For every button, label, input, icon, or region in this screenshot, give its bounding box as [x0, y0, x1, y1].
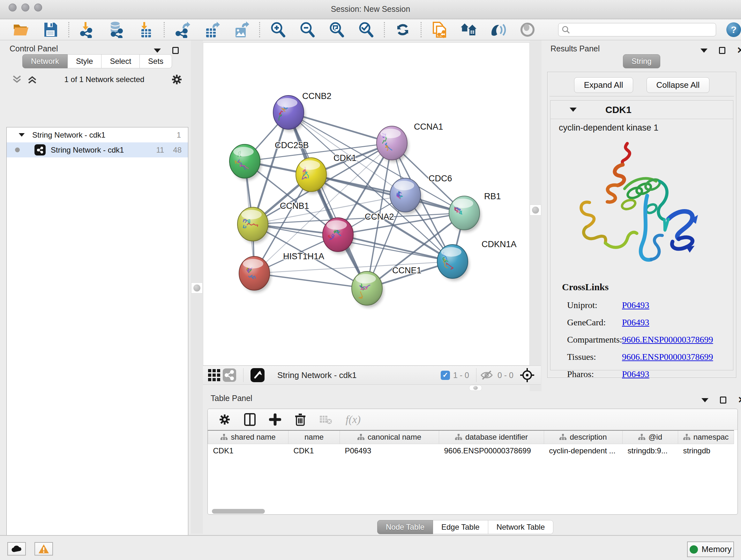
zoom-selected-icon[interactable] — [358, 21, 374, 38]
fit-content-icon[interactable] — [518, 367, 536, 383]
search-box[interactable] — [558, 23, 716, 37]
float-panel-icon[interactable] — [172, 47, 179, 54]
cell-namespace[interactable]: stringdb — [678, 444, 734, 458]
section-collapse-icon[interactable] — [569, 108, 577, 112]
create-column-icon[interactable] — [269, 414, 281, 426]
cdk1-section: CDK1 cyclin-dependent kinase 1 — [550, 100, 733, 370]
tab-edge-table[interactable]: Edge Table — [433, 520, 488, 534]
inactive-sphere-icon — [519, 21, 536, 38]
cell-description[interactable]: cyclin-dependent ... — [544, 444, 623, 458]
birdseye-view-icon[interactable] — [249, 367, 266, 383]
hidden-eye-icon[interactable] — [479, 367, 494, 383]
help-icon[interactable]: ? — [726, 22, 741, 37]
table-horizontal-scrollbar[interactable] — [207, 508, 738, 515]
panel-menu-icon[interactable] — [701, 398, 709, 402]
string-results-box: Expand All Collapse All CDK1 cyclin-depe… — [547, 72, 736, 378]
delete-column-icon[interactable] — [294, 413, 306, 426]
left-splitter[interactable] — [191, 40, 203, 534]
warning-button[interactable] — [35, 542, 53, 556]
right-splitter[interactable] — [530, 40, 542, 391]
selected-nodes-checkbox[interactable]: ✓ — [441, 371, 450, 380]
network-canvas[interactable]: CCNB2CCNA1CDC25BCDK1CDC6RB1CCNB1CCNA2CDK… — [203, 43, 530, 366]
options-gear-icon[interactable] — [171, 74, 183, 85]
export-network-icon[interactable] — [174, 21, 191, 38]
crosslink-uniprot-link[interactable]: P06493 — [622, 300, 650, 310]
zoom-fit-icon[interactable] — [328, 21, 345, 38]
table-row[interactable]: CDK1 CDK1 P06493 9606.ENSP00000378699 cy… — [208, 444, 734, 458]
float-panel-icon[interactable] — [719, 47, 725, 54]
graph-node-ccna1[interactable]: CCNA1 — [377, 122, 443, 162]
tab-node-table[interactable]: Node Table — [377, 520, 433, 534]
horizontal-splitter-handle[interactable] — [469, 385, 482, 391]
show-hide-panels-icon[interactable] — [490, 21, 507, 38]
cell-database-identifier[interactable]: 9606.ENSP00000378699 — [439, 444, 544, 458]
col-namespace[interactable]: namespac — [678, 430, 734, 444]
tab-select[interactable]: Select — [102, 54, 140, 68]
tab-string[interactable]: String — [623, 54, 660, 68]
export-image-icon[interactable] — [233, 21, 250, 38]
search-input[interactable] — [570, 25, 713, 34]
scrollbar-thumb[interactable] — [212, 509, 265, 514]
col-database-identifier[interactable]: database identifier — [439, 430, 544, 444]
cell-shared-name[interactable]: CDK1 — [208, 444, 288, 458]
zoom-in-icon[interactable] — [270, 21, 286, 38]
col-description[interactable]: description — [544, 430, 623, 444]
col-canonical-name[interactable]: canonical name — [340, 430, 439, 444]
float-panel-icon[interactable] — [720, 396, 726, 403]
refresh-icon[interactable] — [394, 21, 411, 38]
right-splitter-handle[interactable] — [530, 205, 541, 215]
network-graph[interactable]: CCNB2CCNA1CDC25BCDK1CDC6RB1CCNB1CCNA2CDK… — [203, 43, 530, 366]
graph-node-ccne1[interactable]: CCNE1 — [352, 266, 421, 307]
export-table-icon[interactable] — [204, 21, 220, 38]
network-share-icon[interactable] — [221, 367, 238, 383]
tab-style[interactable]: Style — [68, 54, 102, 68]
expand-all-button[interactable]: Expand All — [574, 77, 633, 93]
table-options-gear-icon[interactable] — [219, 414, 231, 426]
save-session-icon[interactable] — [42, 21, 59, 38]
close-panel-icon[interactable]: ✕ — [737, 46, 741, 55]
left-splitter-handle[interactable] — [191, 283, 203, 294]
col-id[interactable]: @id — [623, 430, 678, 444]
cell-canonical-name[interactable]: P06493 — [340, 444, 439, 458]
search-icon — [562, 25, 570, 34]
node-label-cdkn1a: CDKN1A — [482, 240, 517, 249]
crosslink-pharos-link[interactable]: P06493 — [622, 369, 650, 379]
node-label-ccnb1: CCNB1 — [280, 201, 309, 211]
home-icon[interactable] — [461, 21, 477, 38]
crosslink-compartments-link[interactable]: 9606.ENSP00000378699 — [622, 334, 713, 345]
expand-all-icon[interactable] — [27, 75, 38, 84]
import-table-icon[interactable] — [138, 21, 154, 38]
tab-network-table[interactable]: Network Table — [488, 520, 554, 534]
col-name[interactable]: name — [288, 430, 340, 444]
graph-node-cdk1[interactable]: CDK1 — [296, 153, 356, 194]
show-columns-icon[interactable] — [244, 413, 256, 426]
tab-sets[interactable]: Sets — [140, 54, 172, 68]
panel-menu-icon[interactable] — [700, 49, 708, 53]
memory-button[interactable]: Memory — [687, 542, 734, 557]
open-network-file-icon[interactable] — [431, 21, 448, 38]
network-row[interactable]: String Network - cdk1 11 48 — [7, 142, 188, 158]
collapse-all-icon[interactable] — [11, 75, 22, 84]
graph-node-rb1[interactable]: RB1 — [449, 192, 501, 232]
grid-view-icon[interactable] — [207, 367, 221, 383]
import-network-icon[interactable] — [79, 21, 95, 38]
panel-menu-icon[interactable] — [154, 49, 161, 53]
cloud-button[interactable] — [7, 542, 26, 556]
network-type-icon — [35, 144, 46, 155]
col-shared-name[interactable]: shared name — [208, 430, 288, 444]
cell-id[interactable]: stringdb:9... — [623, 444, 678, 458]
collection-expand-icon[interactable] — [19, 133, 25, 137]
crosslink-label: Pharos: — [562, 369, 622, 379]
open-session-icon[interactable] — [13, 21, 29, 38]
zoom-out-icon[interactable] — [299, 21, 316, 38]
graph-node-cdkn1a[interactable]: CDKN1A — [437, 240, 517, 281]
collapse-all-button[interactable]: Collapse All — [647, 77, 710, 93]
close-panel-icon[interactable]: ✕ — [738, 395, 741, 405]
cell-name[interactable]: CDK1 — [288, 444, 340, 458]
import-network-from-database-icon[interactable] — [108, 21, 125, 38]
crosslink-tissues-link[interactable]: 9606.ENSP00000378699 — [622, 352, 713, 362]
cdk1-section-header[interactable]: CDK1 — [550, 101, 733, 119]
tab-network[interactable]: Network — [22, 54, 68, 68]
crosslink-genecard-link[interactable]: P06493 — [622, 317, 650, 327]
network-collection-row[interactable]: String Network - cdk1 1 — [7, 127, 188, 142]
